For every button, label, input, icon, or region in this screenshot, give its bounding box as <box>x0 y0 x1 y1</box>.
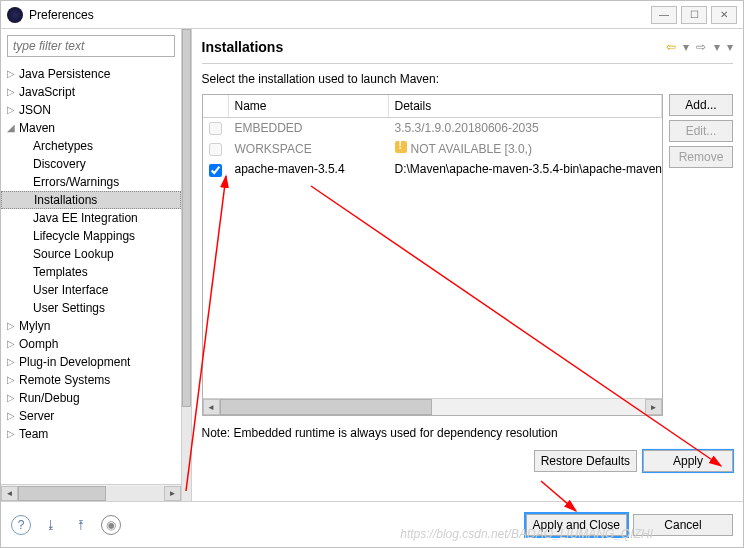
row-checkbox <box>209 143 222 156</box>
scroll-right-icon[interactable]: ► <box>645 399 662 415</box>
sidebar-hscroll[interactable]: ◄ ► <box>1 484 181 501</box>
window-title: Preferences <box>29 8 94 22</box>
table-hscroll[interactable]: ◄ ► <box>203 398 662 415</box>
scroll-left-icon[interactable]: ◄ <box>1 486 18 501</box>
tree-item[interactable]: ▷JSON <box>1 101 181 119</box>
tree-item[interactable]: Installations <box>1 191 181 209</box>
sidebar-vscroll[interactable] <box>182 29 192 501</box>
row-details: NOT AVAILABLE [3.0,) <box>389 141 662 156</box>
forward-icon[interactable]: ⇨ <box>696 40 706 54</box>
filter-input[interactable] <box>7 35 175 57</box>
restore-defaults-button[interactable]: Restore Defaults <box>534 450 637 472</box>
tree-item[interactable]: ▷Mylyn <box>1 317 181 335</box>
table-header: Name Details <box>203 95 662 118</box>
forward-menu-icon[interactable]: ▾ <box>714 40 720 54</box>
back-menu-icon[interactable]: ▾ <box>683 40 689 54</box>
instruction-text: Select the installation used to launch M… <box>202 64 733 94</box>
tree-item[interactable]: ▷Plug-in Development <box>1 353 181 371</box>
help-icon[interactable]: ? <box>11 515 31 535</box>
back-icon[interactable]: ⇦ <box>666 40 676 54</box>
table-row[interactable]: apache-maven-3.5.4D:\Maven\apache-maven-… <box>203 159 662 179</box>
row-details: D:\Maven\apache-maven-3.5.4-bin\apache-m… <box>389 162 662 176</box>
page-heading: Installations <box>202 39 662 55</box>
row-name: EMBEDDED <box>229 121 389 135</box>
tree-item[interactable]: ▷Oomph <box>1 335 181 353</box>
import-icon[interactable]: ⭳ <box>41 515 61 535</box>
row-name: WORKSPACE <box>229 142 389 156</box>
scroll-left-icon[interactable]: ◄ <box>203 399 220 415</box>
remove-button: Remove <box>669 146 733 168</box>
scroll-right-icon[interactable]: ► <box>164 486 181 501</box>
tree-item[interactable]: Source Lookup <box>1 245 181 263</box>
record-icon[interactable]: ◉ <box>101 515 121 535</box>
tree-item[interactable]: Templates <box>1 263 181 281</box>
add-button[interactable]: Add... <box>669 94 733 116</box>
cancel-button[interactable]: Cancel <box>633 514 733 536</box>
tree-item[interactable]: User Settings <box>1 299 181 317</box>
apply-close-button[interactable]: Apply and Close <box>526 514 627 536</box>
row-name: apache-maven-3.5.4 <box>229 162 389 176</box>
maximize-button[interactable]: ☐ <box>681 6 707 24</box>
tree-item[interactable]: ▷Team <box>1 425 181 443</box>
footer: ? ⭳ ⭱ ◉ Apply and Close Cancel <box>1 501 743 547</box>
tree-item[interactable]: ◢Maven <box>1 119 181 137</box>
tree-item[interactable]: ▷Remote Systems <box>1 371 181 389</box>
apply-button[interactable]: Apply <box>643 450 733 472</box>
tree-item[interactable]: Discovery <box>1 155 181 173</box>
row-checkbox[interactable] <box>209 164 222 177</box>
col-name[interactable]: Name <box>229 95 389 117</box>
menu-icon[interactable]: ▾ <box>727 40 733 54</box>
row-checkbox <box>209 122 222 135</box>
row-details: 3.5.3/1.9.0.20180606-2035 <box>389 121 662 135</box>
tree-item[interactable]: ▷Java Persistence <box>1 65 181 83</box>
close-button[interactable]: ✕ <box>711 6 737 24</box>
minimize-button[interactable]: — <box>651 6 677 24</box>
note-text: Note: Embedded runtime is always used fo… <box>202 416 733 450</box>
warning-icon <box>395 141 407 153</box>
export-icon[interactable]: ⭱ <box>71 515 91 535</box>
table-row[interactable]: WORKSPACENOT AVAILABLE [3.0,) <box>203 138 662 159</box>
tree-item[interactable]: ▷JavaScript <box>1 83 181 101</box>
app-icon <box>7 7 23 23</box>
tree-item[interactable]: ▷Server <box>1 407 181 425</box>
tree-item[interactable]: Java EE Integration <box>1 209 181 227</box>
tree-item[interactable]: ▷Run/Debug <box>1 389 181 407</box>
titlebar: Preferences — ☐ ✕ <box>1 1 743 29</box>
nav-icons: ⇦ ▾ ⇨ ▾ ▾ <box>662 40 733 54</box>
tree-item[interactable]: Lifecycle Mappings <box>1 227 181 245</box>
tree-item[interactable]: Archetypes <box>1 137 181 155</box>
installations-table: Name Details EMBEDDED3.5.3/1.9.0.2018060… <box>202 94 663 416</box>
preferences-tree[interactable]: ▷Java Persistence▷JavaScript▷JSON◢MavenA… <box>1 63 181 484</box>
col-details[interactable]: Details <box>389 95 662 117</box>
table-row[interactable]: EMBEDDED3.5.3/1.9.0.20180606-2035 <box>203 118 662 138</box>
tree-item[interactable]: User Interface <box>1 281 181 299</box>
tree-item[interactable]: Errors/Warnings <box>1 173 181 191</box>
edit-button: Edit... <box>669 120 733 142</box>
sidebar: ▷Java Persistence▷JavaScript▷JSON◢MavenA… <box>1 29 182 501</box>
